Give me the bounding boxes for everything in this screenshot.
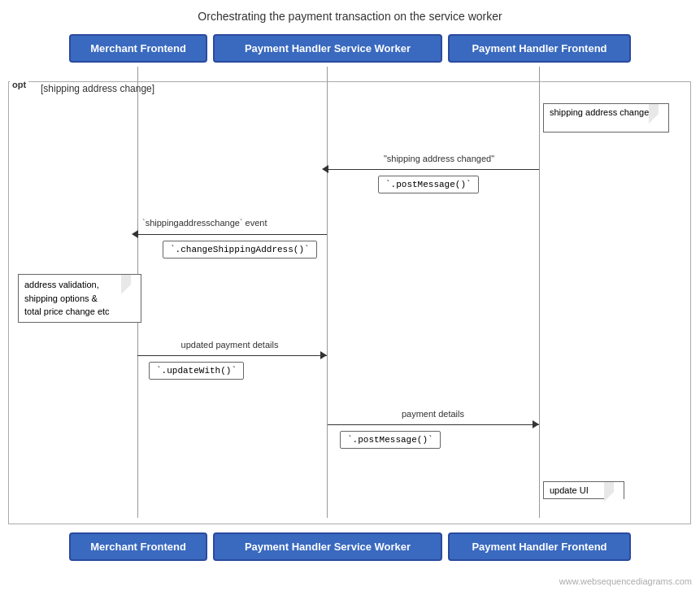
note-shipping-changed: shipping address changed <box>543 103 669 133</box>
arrow3-head <box>320 351 327 359</box>
method-postmessage-1: `.postMessage()` <box>378 176 479 193</box>
note-update-ui: update UI <box>543 481 624 499</box>
method-changeShipping: `.changeShippingAddress()` <box>163 241 317 259</box>
arrow2-line <box>137 234 327 235</box>
arrow1-line <box>328 169 539 170</box>
arrow2-head <box>132 230 138 238</box>
arrow4-head <box>533 420 539 428</box>
method-postmessage-2: `.postMessage()` <box>340 431 441 449</box>
arrow3-line <box>137 355 327 356</box>
actor-merchant-top: Merchant Frontend <box>69 34 207 63</box>
note-address-validation: address validation, shipping options & t… <box>18 274 141 323</box>
arrow1-head <box>322 165 328 173</box>
arrow2-label: `shippingaddresschange` event <box>142 218 321 228</box>
actor-sw-bottom: Payment Handler Service Worker <box>213 532 442 561</box>
diagram-container: Orchestrating the payment transaction on… <box>0 0 700 591</box>
actor-frontend-top: Payment Handler Frontend <box>448 34 631 63</box>
opt-label: opt <box>10 80 28 89</box>
diagram-title: Orchestrating the payment transaction on… <box>0 10 700 23</box>
arrow4-label: payment details <box>333 409 533 419</box>
actor-frontend-bottom: Payment Handler Frontend <box>448 532 631 561</box>
guard-label: [shipping address change] <box>41 83 154 94</box>
arrow4-line <box>328 424 539 425</box>
actor-merchant-bottom: Merchant Frontend <box>69 532 207 561</box>
watermark: www.websequencediagrams.com <box>559 576 692 586</box>
method-updateWith: `.updateWith()` <box>149 362 244 380</box>
arrow1-label: "shipping address changed" <box>350 154 528 163</box>
arrow3-label: updated payment details <box>142 340 317 350</box>
actor-sw-top: Payment Handler Service Worker <box>213 34 442 63</box>
